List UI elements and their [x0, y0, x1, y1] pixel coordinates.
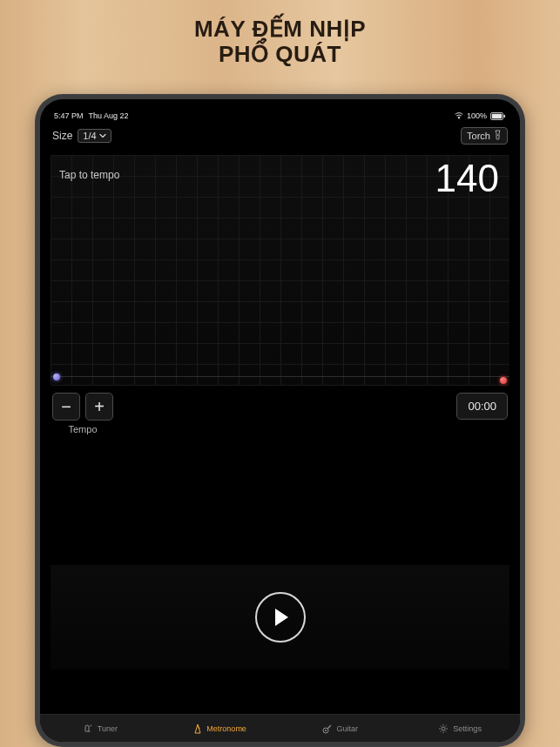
- svg-rect-2: [492, 113, 502, 118]
- tempo-plus-button[interactable]: +: [85, 393, 113, 421]
- svg-point-6: [325, 730, 327, 731]
- tab-tuner-label: Tuner: [98, 724, 118, 733]
- size-value: 1/4: [83, 131, 96, 141]
- tab-guitar-label: Guitar: [337, 724, 359, 733]
- svg-point-0: [458, 118, 460, 119]
- top-controls: Size 1/4 Torch: [51, 122, 509, 150]
- wifi-icon: [455, 112, 463, 119]
- size-select[interactable]: 1/4: [78, 129, 111, 143]
- torch-label: Torch: [467, 131, 490, 141]
- gear-icon: [438, 723, 449, 734]
- tempo-grid[interactable]: Tap to tempo 140: [51, 155, 509, 386]
- metronome-icon: [193, 723, 202, 734]
- tab-settings[interactable]: Settings: [400, 715, 520, 742]
- battery-pct: 100%: [467, 111, 487, 120]
- screen: 5:47 PM Thu Aug 22 100% Size 1/4: [40, 99, 520, 742]
- svg-rect-3: [504, 114, 506, 117]
- tab-metronome[interactable]: Metronome: [160, 715, 280, 742]
- tab-tuner[interactable]: Tuner: [40, 715, 160, 742]
- chevron-down-icon: [99, 131, 106, 141]
- timer-display[interactable]: 00:00: [456, 393, 508, 420]
- flashlight-icon: [494, 130, 502, 142]
- promo-title: MÁY ĐẾM NHỊP PHỔ QUÁT: [0, 0, 560, 68]
- promo-line1: MÁY ĐẾM NHỊP: [0, 16, 560, 43]
- play-area: [51, 565, 509, 670]
- bpm-display: 140: [435, 157, 499, 200]
- status-bar: 5:47 PM Thu Aug 22 100%: [51, 110, 509, 122]
- tab-guitar[interactable]: Guitar: [280, 715, 401, 742]
- play-icon: [275, 609, 288, 626]
- battery-icon: [490, 112, 506, 120]
- tab-metronome-label: Metronome: [206, 724, 246, 733]
- tab-settings-label: Settings: [453, 724, 482, 733]
- tempo-minus-button[interactable]: −: [52, 393, 80, 421]
- status-time: 5:47 PM: [54, 111, 84, 120]
- tempo-label: Tempo: [68, 424, 97, 434]
- beat-dot-left: [53, 374, 60, 380]
- status-date: Thu Aug 22: [89, 111, 129, 120]
- guitar-icon: [322, 723, 333, 734]
- tap-to-tempo-hint: Tap to tempo: [59, 169, 119, 181]
- promo-line2: PHỔ QUÁT: [0, 41, 560, 68]
- svg-point-8: [442, 727, 445, 730]
- size-label: Size: [52, 130, 72, 142]
- tab-bar: Tuner Metronome Guitar Settings: [40, 714, 520, 742]
- torch-button[interactable]: Torch: [461, 127, 508, 145]
- beat-dot-right: [500, 377, 507, 384]
- spacer: [51, 434, 509, 565]
- grid-baseline: [51, 376, 509, 377]
- tablet-frame: 5:47 PM Thu Aug 22 100% Size 1/4: [35, 94, 525, 747]
- play-button[interactable]: [255, 592, 306, 643]
- svg-line-7: [327, 725, 331, 729]
- tuner-icon: [83, 723, 93, 734]
- tempo-row: − + Tempo 00:00: [51, 386, 509, 434]
